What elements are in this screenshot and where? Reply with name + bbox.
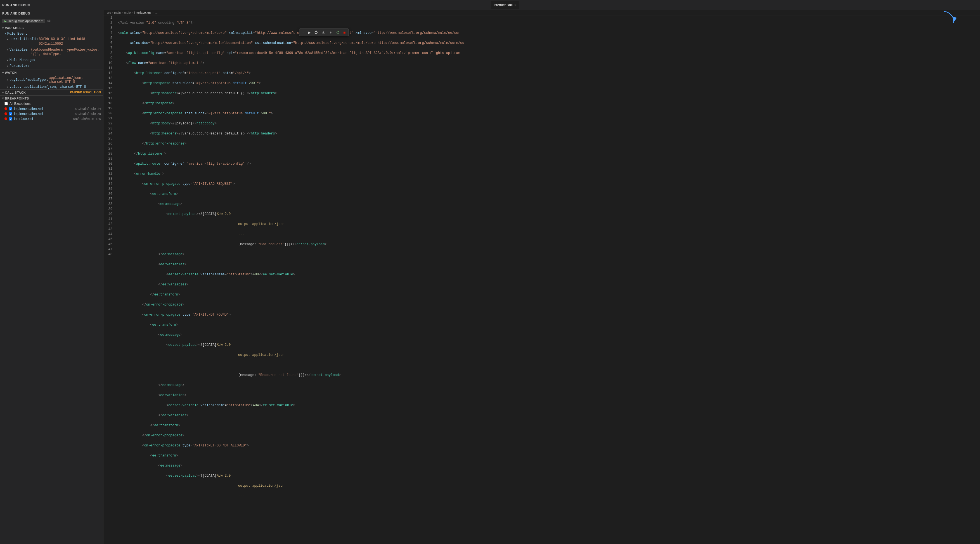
bp-name-1: implementation.xml <box>14 112 72 116</box>
main-layout: RUN AND DEBUG ▶ Debug Mule Application ▾… <box>0 10 980 544</box>
variables-item[interactable]: ▶ Variables : {outboundHeaders=TypedValu… <box>0 47 103 57</box>
correlation-id-item[interactable]: ▶ correlationId : 83f9b160-013f-11ed-bd4… <box>0 37 103 47</box>
more-btn[interactable]: ⋯ <box>53 18 59 24</box>
bp-dot-1 <box>5 112 7 115</box>
breadcrumb-src[interactable]: src <box>107 11 111 14</box>
code-line-32: <ee:message> <box>117 332 980 337</box>
bp-name-2: interface.xml <box>14 117 70 121</box>
code-line-33: <ee:set-payload><![CDATA[%dw 2.0 <box>117 342 980 347</box>
step-out-btn[interactable] <box>327 30 334 35</box>
breakpoints-section: ▾ BREAKPOINTS All Exceptions implementat… <box>0 95 103 121</box>
watch-item-2[interactable]: ▶ value: application/json; charset=UTF-8 <box>0 84 103 89</box>
all-exceptions-item: All Exceptions <box>0 101 103 106</box>
mule-message-item[interactable]: ▶ Mule Message: <box>0 57 103 63</box>
call-stack-section: ▾ CALL STACK PAUSED EXECUTION <box>0 89 103 95</box>
variables-section: ▾ VARIABLES ▾ Mule Event ▶ correlationId… <box>0 25 103 70</box>
vars-chevron: ▶ <box>7 48 8 52</box>
code-line-15: <apikit:router config-ref="american-flig… <box>117 161 980 166</box>
bp-path-2: src/main/mule <box>73 117 94 121</box>
code-line-39: <ee:set-variable variableName="httpStatu… <box>117 403 980 408</box>
code-line-24: </ee:message> <box>117 252 980 257</box>
code-line-21: output application/json <box>117 222 980 227</box>
step-over-btn[interactable] <box>313 30 320 35</box>
callstack-chevron: ▾ <box>2 91 4 94</box>
app-container: RUN AND DEBUG interface.xml × RUN AND DE… <box>0 0 980 544</box>
bp-item-0[interactable]: implementation.xml src/main/mule 24 <box>0 106 103 111</box>
code-container: 12345 678910 1112131415 1617181920 21222… <box>103 15 980 509</box>
code-line-4: <apikit:config name="american-flights-ap… <box>117 51 980 56</box>
bp-count-1: 30 <box>97 112 101 115</box>
breakpoints-header[interactable]: ▾ BREAKPOINTS <box>0 95 103 101</box>
bp-checkbox-2[interactable] <box>9 117 12 121</box>
chevron-down-icon: ▾ <box>41 19 43 22</box>
params-chevron: ▶ <box>7 64 8 68</box>
debug-config-btn[interactable]: ▶ Debug Mule Application ▾ <box>2 19 45 23</box>
code-line-31: <ee:transform> <box>117 322 980 327</box>
code-line-27: </ee:variables> <box>117 282 980 287</box>
step-into-btn[interactable] <box>320 30 327 35</box>
code-line-18: <ee:transform> <box>117 191 980 197</box>
variables-chevron: ▾ <box>2 27 4 30</box>
watch-chevron: ▾ <box>2 71 4 74</box>
code-line-7: <http:response statusCode="#[vars.httpSt… <box>117 81 980 86</box>
code-line-1: <?xml version="1.0" encoding="UTF-8"?> <box>117 21 980 25</box>
drag-handle[interactable]: ⠿ <box>301 30 306 35</box>
code-line-9: </http:response> <box>117 101 980 106</box>
code-line-10: <http:error-response statusCode="#[vars.… <box>117 111 980 116</box>
tab-interface-xml[interactable]: interface.xml × <box>491 1 519 9</box>
code-line-17: <on-error-propagate type="APIKIT:BAD_REQ… <box>117 181 980 186</box>
code-line-29: </on-error-propagate> <box>117 302 980 307</box>
play-icon: ▶ <box>5 19 7 23</box>
watch1-chevron: ▾ <box>7 78 8 82</box>
callstack-header[interactable]: ▾ CALL STACK PAUSED EXECUTION <box>0 90 103 95</box>
code-line-13: </http:error-response> <box>117 141 980 146</box>
all-exceptions-checkbox[interactable] <box>5 102 8 105</box>
breadcrumb-mule[interactable]: mule <box>124 11 131 14</box>
code-line-35: --- <box>117 363 980 367</box>
code-line-16: <error-handler> <box>117 171 980 177</box>
tab-close-btn[interactable]: × <box>514 3 517 7</box>
msg-chevron: ▶ <box>7 59 8 62</box>
editor-area[interactable]: 12345 678910 1112131415 1617181920 21222… <box>103 15 980 544</box>
bp-checkbox-1[interactable] <box>9 112 12 115</box>
code-line-19: <ee:message> <box>117 202 980 207</box>
breadcrumb: src › main › mule › interface.xml › … <box>103 10 980 15</box>
code-line-26: <ee:set-variable variableName="httpStatu… <box>117 272 980 277</box>
code-line-30: <on-error-propagate type="APIKIT:NOT_FOU… <box>117 312 980 317</box>
parameters-item[interactable]: ▶ Parameters <box>0 63 103 69</box>
bp-count-2: 125 <box>96 117 101 121</box>
bp-item-2[interactable]: interface.xml src/main/mule 125 <box>0 116 103 121</box>
code-line-5: <flow name="american-flights-api-main"> <box>117 60 980 66</box>
line-numbers: 12345 678910 1112131415 1617181920 21222… <box>103 15 115 509</box>
watch-header[interactable]: ▾ WATCH <box>0 70 103 75</box>
code-line-42: </on-error-propagate> <box>117 433 980 438</box>
settings-btn[interactable]: ⚙ <box>46 18 52 24</box>
code-line-12: <http:headers>#[vars.outboundHeaders def… <box>117 131 980 136</box>
tab-filename: interface.xml <box>494 3 513 7</box>
correlation-chevron: ▶ <box>7 37 8 41</box>
breadcrumb-main[interactable]: main <box>114 11 121 14</box>
code-line-44: <ee:transform> <box>117 453 980 458</box>
restart-btn[interactable] <box>334 30 341 35</box>
mule-event-group[interactable]: ▾ Mule Event <box>0 31 103 37</box>
code-line-37: </ee:message> <box>117 383 980 388</box>
code-content: <?xml version="1.0" encoding="UTF-8"?> <… <box>115 15 980 509</box>
bp-item-1[interactable]: implementation.xml src/main/mule 30 <box>0 111 103 116</box>
bp-checkbox-0[interactable] <box>9 107 12 110</box>
code-line-11: <http:body>#[payload]</http:body> <box>117 121 980 126</box>
watch-item-1[interactable]: ▾ payload.^mediaType : application/json;… <box>0 75 103 84</box>
stop-btn[interactable]: ■ <box>342 29 347 35</box>
code-line-41: </ee:transform> <box>117 423 980 428</box>
breadcrumb-more[interactable]: … <box>154 11 158 14</box>
code-line-22: --- <box>117 232 980 237</box>
debug-toolbar: ⠿ ▶ ■ <box>299 29 349 37</box>
code-line-3: xmlns:doc="http://www.mulesoft.org/schem… <box>117 41 980 46</box>
code-line-47: output application/json <box>117 484 980 488</box>
continue-btn[interactable]: ▶ <box>306 29 312 35</box>
bp-name-0: implementation.xml <box>14 107 72 111</box>
watch-section: ▾ WATCH ▾ payload.^mediaType : applicati… <box>0 70 103 89</box>
code-line-23: {message: "Bad request"}]]></ee:set-payl… <box>117 242 980 247</box>
breadcrumb-file[interactable]: interface.xml <box>134 11 151 14</box>
variables-header[interactable]: ▾ VARIABLES <box>0 25 103 31</box>
code-line-28: </ee:transform> <box>117 292 980 297</box>
